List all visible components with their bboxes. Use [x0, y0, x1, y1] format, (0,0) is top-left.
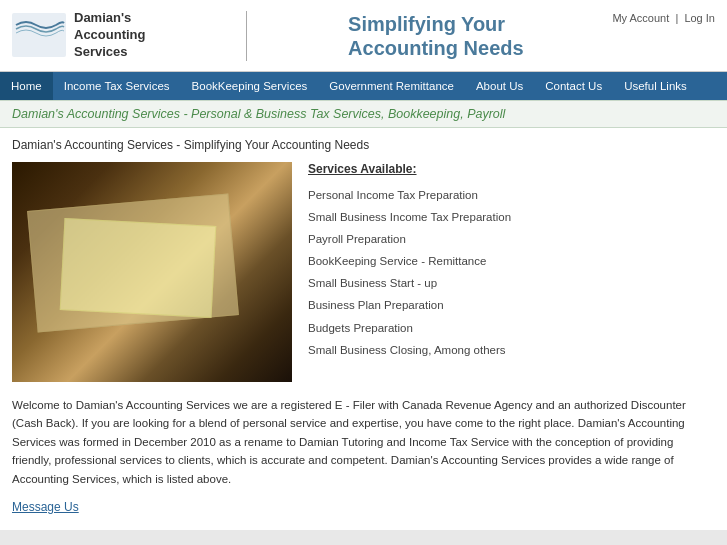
office-photo: [12, 162, 292, 382]
content-heading: Damian's Accounting Services - Simplifyi…: [12, 138, 715, 152]
message-us-link[interactable]: Message Us: [12, 500, 79, 514]
service-item: Small Business Closing, Among others: [308, 339, 715, 361]
service-item: Personal Income Tax Preparation: [308, 184, 715, 206]
header-divider: [246, 11, 247, 61]
services-title: Services Available:: [308, 162, 715, 176]
log-in-link[interactable]: Log In: [684, 12, 715, 24]
service-item: Business Plan Preparation: [308, 294, 715, 316]
photo-canvas: [12, 162, 292, 382]
page-title: Damian's Accounting Services - Personal …: [12, 107, 505, 121]
nav-item-links[interactable]: Useful Links: [613, 72, 698, 100]
header: Damian's Accounting Services Simplifying…: [0, 0, 727, 72]
logo-icon: [12, 13, 66, 57]
message-link-area: Message Us: [12, 500, 715, 514]
service-item: Small Business Income Tax Preparation: [308, 206, 715, 228]
main-content: Damian's Accounting Services - Simplifyi…: [0, 128, 727, 530]
service-item: Payroll Preparation: [308, 228, 715, 250]
header-account-links: My Account | Log In: [612, 8, 715, 24]
nav-item-about[interactable]: About Us: [465, 72, 534, 100]
description-text: Welcome to Damian's Accounting Services …: [12, 396, 715, 488]
service-item: Budgets Preparation: [308, 317, 715, 339]
nav-item-bookkeeping[interactable]: BookKeeping Services: [181, 72, 319, 100]
nav-item-income-tax[interactable]: Income Tax Services: [53, 72, 181, 100]
my-account-link[interactable]: My Account: [612, 12, 669, 24]
logo-area: Damian's Accounting Services: [12, 10, 146, 61]
page-title-bar: Damian's Accounting Services - Personal …: [0, 100, 727, 128]
nav-item-contact[interactable]: Contact Us: [534, 72, 613, 100]
content-body: Services Available: Personal Income Tax …: [12, 162, 715, 382]
nav-item-home[interactable]: Home: [0, 72, 53, 100]
nav-item-government[interactable]: Government Remittance: [318, 72, 465, 100]
navigation: HomeIncome Tax ServicesBookKeeping Servi…: [0, 72, 727, 100]
logo-text: Damian's Accounting Services: [74, 10, 146, 61]
tagline: Simplifying Your Accounting Needs: [348, 12, 524, 60]
service-item: Small Business Start - up: [308, 272, 715, 294]
service-item: BookKeeping Service - Remittance: [308, 250, 715, 272]
services-list: Services Available: Personal Income Tax …: [308, 162, 715, 382]
